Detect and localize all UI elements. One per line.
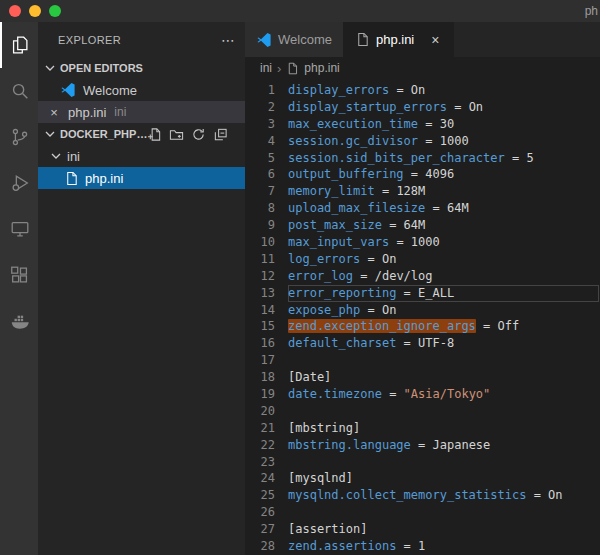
activity-item-extensions[interactable]: [0, 252, 38, 298]
activity-item-explorer[interactable]: [0, 22, 38, 68]
file-icon: [64, 171, 79, 186]
code-line[interactable]: 23: [245, 454, 600, 471]
line-number: 8: [245, 200, 275, 217]
code-line[interactable]: 12error_log = /dev/log: [245, 268, 600, 285]
open-editor-php-ini[interactable]: × php.ini ini: [38, 101, 245, 123]
code-editor[interactable]: 1display_errors = On2display_startup_err…: [245, 79, 600, 555]
code-line[interactable]: 3max_execution_time = 30: [245, 116, 600, 133]
tree-folder-label: ini: [67, 149, 80, 164]
code-line-text: default_charset = UTF-8: [288, 335, 600, 352]
open-editor-folder-detail: ini: [114, 105, 126, 119]
close-tab-icon[interactable]: ×: [428, 32, 442, 48]
code-line[interactable]: 17: [245, 352, 600, 369]
code-line[interactable]: 6output_buffering = 4096: [245, 166, 600, 183]
open-editor-welcome[interactable]: Welcome: [38, 79, 245, 101]
zoom-window-button[interactable]: [49, 5, 61, 17]
chevron-right-icon: ›: [277, 61, 281, 76]
whale-icon: [9, 310, 31, 332]
close-window-button[interactable]: [9, 5, 21, 17]
code-line-text: max_input_vars = 1000: [288, 234, 600, 251]
code-line-text: upload_max_filesize = 64M: [288, 200, 600, 217]
code-line-text: [288, 454, 600, 471]
code-line-text: zend.assertions = 1: [288, 538, 600, 555]
debug-icon: [9, 172, 31, 194]
line-number: 24: [245, 470, 275, 487]
code-line-text: mysqlnd.collect_memory_statistics = On: [288, 487, 600, 504]
extensions-icon: [9, 264, 31, 286]
workspace-section-header[interactable]: DOCKER_PHP…: [38, 123, 245, 145]
code-line-text: memory_limit = 128M: [288, 183, 600, 200]
line-number: 9: [245, 217, 275, 234]
code-line[interactable]: 20: [245, 403, 600, 420]
code-line[interactable]: 2display_startup_errors = On: [245, 99, 600, 116]
line-number: 26: [245, 504, 275, 521]
code-line[interactable]: 27[assertion]: [245, 521, 600, 538]
line-number: 4: [245, 133, 275, 150]
explorer-sidebar: EXPLORER ⋯ OPEN EDITORS Welcome × php.in…: [38, 22, 245, 555]
new-file-icon[interactable]: [147, 127, 162, 142]
code-line-text: session.sid_bits_per_character = 5: [288, 150, 600, 167]
code-line-text: display_errors = On: [288, 82, 600, 99]
code-line-text: post_max_size = 64M: [288, 217, 600, 234]
line-number: 23: [245, 454, 275, 471]
breadcrumb-item-file[interactable]: php.ini: [304, 61, 339, 75]
tab-label: Welcome: [278, 32, 332, 47]
code-line[interactable]: 16default_charset = UTF-8: [245, 335, 600, 352]
code-line-text: [Date]: [288, 369, 600, 386]
line-number: 22: [245, 437, 275, 454]
code-line[interactable]: 18[Date]: [245, 369, 600, 386]
minimize-window-button[interactable]: [29, 5, 41, 17]
activity-item-source-control[interactable]: [0, 114, 38, 160]
open-editors-label: OPEN EDITORS: [60, 62, 143, 74]
code-line[interactable]: 9post_max_size = 64M: [245, 217, 600, 234]
files-icon: [9, 34, 31, 56]
code-line-text: display_startup_errors = On: [288, 99, 600, 116]
new-folder-icon[interactable]: [169, 127, 184, 142]
code-line[interactable]: 19date.timezone = "Asia/Tokyo": [245, 386, 600, 403]
collapse-all-icon[interactable]: [213, 127, 228, 142]
code-line[interactable]: 14expose_php = On: [245, 302, 600, 319]
tree-file-php-ini[interactable]: php.ini: [38, 167, 245, 189]
chevron-down-icon: [48, 148, 64, 164]
open-editors-section-header[interactable]: OPEN EDITORS: [38, 57, 245, 79]
activity-item-remote-explorer[interactable]: [0, 206, 38, 252]
activity-item-search[interactable]: [0, 68, 38, 114]
code-line[interactable]: 8upload_max_filesize = 64M: [245, 200, 600, 217]
code-line[interactable]: 10max_input_vars = 1000: [245, 234, 600, 251]
code-line-text: output_buffering = 4096: [288, 166, 600, 183]
code-line[interactable]: 11log_errors = On: [245, 251, 600, 268]
code-line[interactable]: 25mysqlnd.collect_memory_statistics = On: [245, 487, 600, 504]
tab-welcome[interactable]: Welcome: [245, 22, 344, 57]
code-line[interactable]: 21[mbstring]: [245, 420, 600, 437]
code-line[interactable]: 22mbstring.language = Japanese: [245, 437, 600, 454]
activity-item-run-debug[interactable]: [0, 160, 38, 206]
code-line[interactable]: 7memory_limit = 128M: [245, 183, 600, 200]
refresh-icon[interactable]: [191, 127, 206, 142]
breadcrumb-item-folder[interactable]: ini: [260, 61, 272, 75]
code-line[interactable]: 28zend.assertions = 1: [245, 538, 600, 555]
more-actions-icon[interactable]: ⋯: [221, 33, 235, 47]
search-icon: [9, 80, 31, 102]
code-line[interactable]: 1display_errors = On: [245, 82, 600, 99]
editor-area: Welcome php.ini × ini › php.ini: [245, 22, 600, 555]
line-number: 27: [245, 521, 275, 538]
code-lines: 1display_errors = On2display_startup_err…: [245, 82, 600, 555]
code-line[interactable]: 13error_reporting = E_ALL: [245, 285, 600, 302]
code-line[interactable]: 4session.gc_divisor = 1000: [245, 133, 600, 150]
line-number: 28: [245, 538, 275, 555]
vscode-window: ph: [0, 0, 600, 555]
line-number: 14: [245, 302, 275, 319]
tree-folder-ini[interactable]: ini: [38, 145, 245, 167]
tab-php-ini[interactable]: php.ini ×: [344, 22, 454, 57]
sidebar-header: EXPLORER ⋯: [38, 22, 245, 57]
code-line[interactable]: 26: [245, 504, 600, 521]
code-line[interactable]: 24[mysqlnd]: [245, 470, 600, 487]
code-line-text: session.gc_divisor = 1000: [288, 133, 600, 150]
code-line-text: error_log = /dev/log: [288, 268, 600, 285]
activity-item-docker[interactable]: [0, 298, 38, 344]
close-editor-icon[interactable]: ×: [46, 105, 62, 120]
title-bar: ph: [0, 0, 600, 22]
code-line[interactable]: 5session.sid_bits_per_character = 5: [245, 150, 600, 167]
line-number: 13: [245, 285, 275, 302]
code-line[interactable]: 15zend.exception_ignore_args = Off: [245, 318, 600, 335]
